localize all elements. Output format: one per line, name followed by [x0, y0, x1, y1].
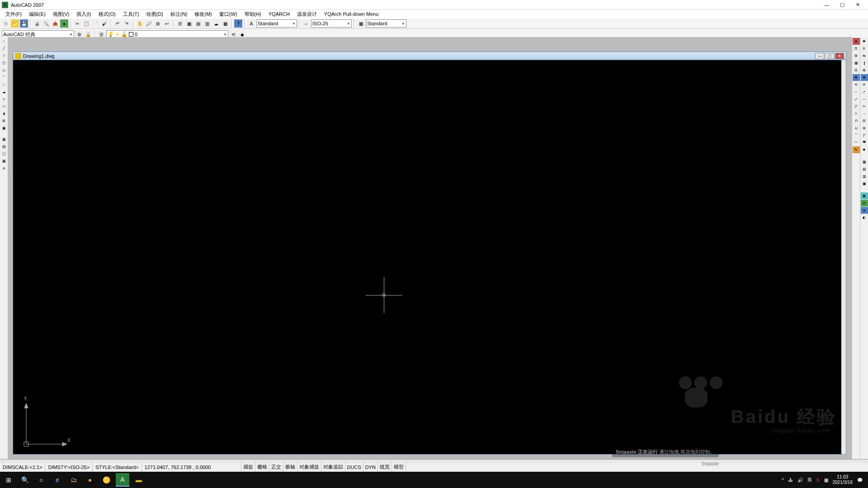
redo-icon[interactable]: ↷: [123, 19, 131, 28]
toggle-ortho[interactable]: 正交: [269, 462, 283, 472]
toggle-lwt[interactable]: 线宽: [378, 462, 392, 472]
array-icon[interactable]: ⊞: [861, 67, 868, 74]
spline-icon[interactable]: ∿: [0, 96, 8, 103]
erase-icon[interactable]: ✖: [861, 38, 868, 45]
tp-icon[interactable]: ▤: [194, 19, 202, 28]
props-icon[interactable]: ☰: [176, 19, 184, 28]
toggle-osnap[interactable]: 对象捕捉: [297, 462, 321, 472]
new-icon[interactable]: □: [2, 19, 10, 28]
menu-edit[interactable]: 编辑(E): [25, 10, 49, 19]
toggle-snap[interactable]: 捕捉: [241, 462, 255, 472]
chrome-icon[interactable]: 🟡: [99, 473, 113, 487]
toggle-polar[interactable]: 极轴: [283, 462, 297, 472]
calc-icon[interactable]: ▦: [221, 19, 229, 28]
doc-maximize-button[interactable]: ▢: [825, 53, 834, 59]
menu-yqarch[interactable]: YQARCH: [265, 10, 293, 18]
line-icon[interactable]: /: [0, 38, 8, 45]
copy2-icon[interactable]: ⎘: [861, 45, 868, 52]
ssm-icon[interactable]: ▥: [203, 19, 211, 28]
yq6-icon[interactable]: ✥: [853, 74, 860, 81]
tray-up-icon[interactable]: ^: [782, 478, 784, 483]
yq13-icon[interactable]: ⊔: [853, 125, 860, 131]
tool3-icon[interactable]: ▥: [861, 173, 868, 180]
ellipse-icon[interactable]: ⬭: [0, 103, 8, 110]
mirror-icon[interactable]: ⇋: [861, 52, 868, 59]
yq5-icon[interactable]: ⊟: [853, 67, 860, 74]
menu-format[interactable]: 格式(O): [95, 10, 119, 19]
menu-insert[interactable]: 插入(I): [73, 10, 94, 19]
extend-icon[interactable]: →: [861, 110, 868, 117]
menu-tools[interactable]: 工具(T): [119, 10, 143, 19]
circle-icon[interactable]: ○: [0, 81, 8, 88]
toggle-ducs[interactable]: DUCS: [345, 462, 363, 472]
render2-icon[interactable]: ◎: [861, 200, 868, 206]
yq10-icon[interactable]: ◸: [853, 103, 860, 110]
toggle-dyn[interactable]: DYN: [363, 462, 378, 472]
maximize-button[interactable]: ▢: [839, 2, 845, 8]
menu-yqarch-pulldown[interactable]: YQArch Pull-down Menu: [321, 10, 382, 18]
tool4-icon[interactable]: ▣: [861, 180, 868, 187]
open-icon[interactable]: 📂: [11, 19, 19, 28]
tray-s-icon[interactable]: S: [816, 478, 820, 483]
block-icon[interactable]: ▣: [0, 125, 8, 131]
autocad-task-icon[interactable]: A: [116, 473, 129, 487]
offset-icon[interactable]: ‖: [861, 60, 868, 66]
join-icon[interactable]: ⊕: [861, 125, 868, 131]
pan-icon[interactable]: ✋: [136, 19, 144, 28]
yq14-icon[interactable]: ⌒: [853, 132, 860, 139]
dim-style-select[interactable]: ISO-25▼: [311, 19, 352, 28]
yq11-icon[interactable]: ≡: [853, 110, 860, 117]
yq15-icon[interactable]: ◠: [853, 139, 860, 146]
move-icon[interactable]: ✥: [861, 74, 868, 81]
toggle-otrack[interactable]: 对象追踪: [321, 462, 345, 472]
arc-icon[interactable]: ⌒: [0, 74, 8, 81]
save-icon[interactable]: 💾: [20, 19, 28, 28]
help-icon[interactable]: ?: [234, 19, 242, 28]
menu-file[interactable]: 文件(F): [2, 10, 25, 19]
yq12-icon[interactable]: ⊓: [853, 117, 860, 124]
rect-icon[interactable]: ▭: [0, 67, 8, 74]
undo-icon[interactable]: ↶: [113, 19, 122, 28]
tray-vol-icon[interactable]: 🔊: [797, 478, 803, 483]
menu-dim[interactable]: 标注(N): [167, 10, 191, 19]
yq4-icon[interactable]: ▦: [853, 60, 860, 66]
table-style-icon[interactable]: ▦: [357, 19, 365, 28]
menu-window[interactable]: 窗口(W): [216, 10, 241, 19]
start-button[interactable]: ⊞: [2, 473, 15, 487]
menu-view[interactable]: 视图(V): [49, 10, 73, 19]
trim-icon[interactable]: ✂: [861, 103, 868, 110]
chamfer-icon[interactable]: ◸: [861, 132, 868, 139]
yq3-icon[interactable]: ⊞: [853, 52, 860, 59]
markup-icon[interactable]: ☁: [212, 19, 220, 28]
render3-icon[interactable]: ●: [861, 207, 868, 214]
publish-icon[interactable]: 📤: [51, 19, 59, 28]
edge-icon[interactable]: e: [51, 473, 64, 487]
explorer-icon[interactable]: 🗂: [67, 473, 80, 487]
insert-icon[interactable]: ⊞: [0, 117, 8, 124]
hatch-icon[interactable]: ▦: [0, 136, 8, 143]
tool1-icon[interactable]: ▦: [861, 159, 868, 165]
drawing-canvas[interactable]: X Y Baidu 经验 jingyan.baidu.com: [13, 60, 846, 454]
yq1-icon[interactable]: ★: [853, 38, 860, 45]
menu-draw[interactable]: 绘图(D): [143, 10, 167, 19]
gradient-icon[interactable]: ▤: [0, 143, 8, 150]
yq7-icon[interactable]: ⟲: [853, 81, 860, 88]
tool2-icon[interactable]: ▤: [861, 166, 868, 173]
xline-icon[interactable]: ╱: [0, 45, 8, 52]
stretch-icon[interactable]: ↔: [861, 96, 868, 103]
pline-icon[interactable]: ⌇: [0, 52, 8, 59]
close-button[interactable]: ✕: [854, 2, 861, 8]
text-style-icon[interactable]: A: [247, 19, 255, 28]
render4-icon[interactable]: ◐: [861, 214, 868, 221]
menu-modify[interactable]: 修改(M): [191, 10, 216, 19]
cut-icon[interactable]: ✂: [73, 19, 81, 28]
minimize-button[interactable]: —: [824, 2, 830, 8]
scale-icon[interactable]: ⤢: [861, 89, 868, 95]
break-icon[interactable]: ⊟: [861, 117, 868, 124]
table-icon[interactable]: ▦: [0, 158, 8, 164]
notification-button[interactable]: 💬: [857, 478, 863, 483]
cortana-button[interactable]: ○: [34, 473, 48, 487]
toggle-grid[interactable]: 栅格: [255, 462, 269, 472]
tray-net-icon[interactable]: 🖧: [788, 478, 793, 483]
app-icon-2[interactable]: ▬: [132, 473, 146, 487]
